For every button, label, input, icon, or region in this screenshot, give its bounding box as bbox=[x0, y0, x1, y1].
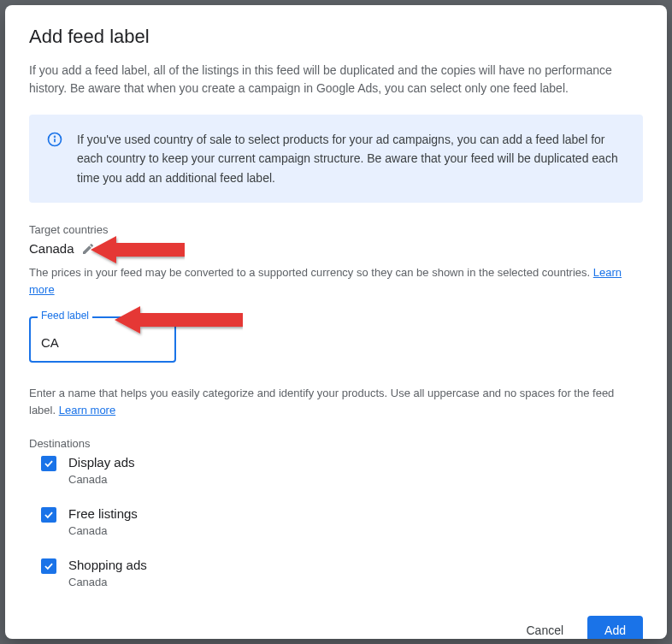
info-text: If you've used country of sale to select… bbox=[77, 130, 626, 187]
checkbox-display-ads[interactable] bbox=[41, 456, 56, 471]
destination-label: Shopping ads bbox=[68, 558, 147, 572]
target-countries-row: Canada bbox=[29, 241, 643, 256]
feed-label-field[interactable]: Feed label bbox=[29, 316, 176, 363]
checkbox-shopping-ads[interactable] bbox=[41, 558, 56, 574]
cancel-button[interactable]: Cancel bbox=[509, 616, 581, 639]
add-button[interactable]: Add bbox=[587, 616, 643, 639]
destination-sub: Canada bbox=[68, 524, 138, 537]
pencil-icon[interactable] bbox=[81, 242, 95, 256]
dialog-actions: Cancel Add bbox=[29, 616, 643, 639]
dialog-title: Add feed label bbox=[29, 26, 643, 48]
feed-label-input[interactable] bbox=[41, 335, 164, 350]
destination-label: Free listings bbox=[68, 506, 138, 521]
destinations-list: Display ads Canada Free listings Canada … bbox=[29, 455, 643, 588]
learn-more-link-feedlabel[interactable]: Learn more bbox=[59, 404, 115, 417]
destination-sub: Canada bbox=[68, 473, 135, 486]
checkbox-free-listings[interactable] bbox=[41, 507, 56, 523]
feed-label-floating-label: Feed label bbox=[38, 310, 92, 322]
info-icon bbox=[46, 131, 63, 148]
info-box: If you've used country of sale to select… bbox=[29, 115, 643, 203]
destination-item-shopping-ads: Shopping ads Canada bbox=[29, 558, 643, 588]
destinations-label: Destinations bbox=[29, 437, 643, 450]
destination-sub: Canada bbox=[68, 576, 147, 588]
feed-label-helper: Enter a name that helps you easily categ… bbox=[29, 385, 643, 418]
add-feed-label-dialog: Add feed label If you add a feed label, … bbox=[5, 5, 667, 639]
svg-point-2 bbox=[55, 136, 56, 137]
destination-item-free-listings: Free listings Canada bbox=[29, 506, 643, 537]
target-countries-label: Target countries bbox=[29, 223, 643, 236]
dialog-intro: If you add a feed label, all of the list… bbox=[29, 62, 643, 97]
target-countries-helper: The prices in your feed may be converted… bbox=[29, 264, 643, 298]
target-country-value: Canada bbox=[29, 241, 74, 256]
destination-label: Display ads bbox=[68, 455, 135, 470]
destination-item-display-ads: Display ads Canada bbox=[29, 455, 643, 486]
